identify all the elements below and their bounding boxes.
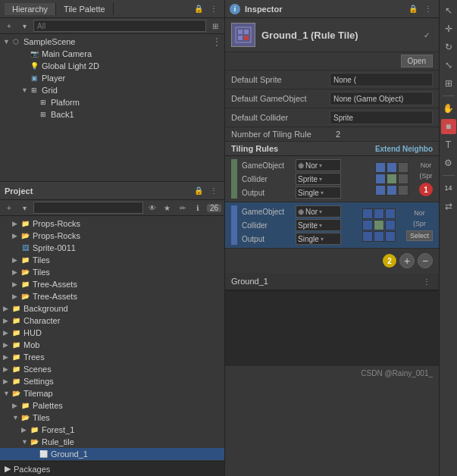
layers-icon[interactable]: ⇄: [441, 199, 456, 214]
grid-cell[interactable]: [398, 162, 408, 173]
folder-icon: 📁: [11, 340, 21, 350]
grid-cell[interactable]: [375, 174, 386, 184]
rule-1-collider-dropdown[interactable]: Sprite ▾: [296, 173, 341, 185]
tree-item-samplescene[interactable]: ▼ ⬡ SampleScene ⋮: [0, 36, 224, 48]
list-item[interactable]: ▼ 📂 Tiles: [0, 412, 224, 424]
rule-2-output-dropdown[interactable]: Single ▾: [296, 233, 341, 245]
list-item[interactable]: 🖼 Sprite-0011: [0, 242, 224, 254]
tree-item-grid[interactable]: ▼ ⊞ Grid: [0, 84, 224, 96]
grid-cell[interactable]: [375, 162, 386, 173]
rule-1-go-dropdown[interactable]: ⊕ Nor ▾: [296, 159, 341, 171]
info-circle-icon[interactable]: ℹ: [192, 202, 204, 214]
more-icon[interactable]: ⋮: [208, 3, 220, 15]
nor-icon: ⊕: [298, 161, 304, 170]
rule-1-output-dropdown[interactable]: Single ▾: [296, 186, 341, 199]
list-item[interactable]: ▶ 📂 Tree-Assets: [0, 290, 224, 302]
cursor-icon[interactable]: ↖: [441, 3, 456, 18]
packages-arrow: ▶: [5, 464, 11, 474]
list-item[interactable]: ▶ 📁 Background: [0, 302, 224, 315]
eye-icon[interactable]: 👁: [146, 202, 158, 214]
asset-checkmark-icon[interactable]: ✓: [421, 29, 433, 41]
rotate-icon[interactable]: ↻: [441, 39, 456, 55]
rule-1-right: Nor (Spr 1: [419, 161, 433, 196]
grid-cell[interactable]: [387, 185, 397, 196]
tree-item-player[interactable]: ▣ Player: [0, 72, 224, 84]
grid-cell-center[interactable]: [387, 174, 397, 184]
grid-cell[interactable]: [398, 174, 408, 184]
project-minus-icon[interactable]: ▾: [18, 202, 30, 214]
grid-cell[interactable]: [385, 220, 396, 230]
settings-gear-icon[interactable]: ⚙: [441, 155, 456, 171]
item-label: Scenes: [23, 365, 52, 374]
add-rule-button[interactable]: +: [399, 253, 415, 268]
grid-cell[interactable]: [375, 185, 386, 196]
tab-hierarchy[interactable]: Hierarchy: [5, 3, 56, 15]
scale-icon[interactable]: ⤡: [441, 58, 456, 73]
grid-cell[interactable]: [362, 220, 373, 230]
project-lock-icon[interactable]: 🔒: [193, 185, 205, 197]
ar: ▶: [12, 402, 20, 409]
transform-icon[interactable]: ⊞: [441, 76, 456, 91]
select-button[interactable]: Select: [406, 230, 433, 241]
grid-cell[interactable]: [385, 208, 396, 219]
list-item[interactable]: ▶ 📁 Trees: [0, 351, 224, 363]
ground-label: Ground_1: [231, 277, 268, 286]
hierarchy-search[interactable]: [33, 20, 206, 32]
grid-cell[interactable]: [398, 185, 408, 196]
brush-icon[interactable]: ✏: [177, 202, 189, 214]
hand-icon[interactable]: ✋: [441, 101, 456, 116]
rule-2-go-dropdown[interactable]: ⊕ Nor ▾: [296, 205, 341, 218]
inspector-more-icon[interactable]: ⋮: [422, 3, 434, 15]
list-item[interactable]: ▶ 📁 Settings: [0, 375, 224, 387]
paint-icon[interactable]: ■: [441, 119, 456, 134]
list-item-ground1[interactable]: ⬜ Ground_1: [0, 448, 224, 460]
grid-cell[interactable]: [374, 231, 384, 242]
ar: ▶: [3, 341, 11, 349]
list-item[interactable]: ▶ 📁 Mob: [0, 339, 224, 351]
star-icon[interactable]: ★: [161, 202, 174, 214]
remove-rule-button[interactable]: −: [418, 253, 433, 268]
hierarchy-section: Hierarchy Tile Palette 🔒 ⋮ + ▾ ⊞ ▼ ⬡ Sam…: [0, 0, 224, 182]
tree-item-back1[interactable]: ⊞ Back1: [0, 108, 224, 121]
list-item[interactable]: ▶ 📁 Forest_1: [0, 424, 224, 436]
platform-label: Plaform: [51, 98, 80, 107]
list-item[interactable]: ▶ 📁 Character: [0, 315, 224, 327]
grid-cell-center-2[interactable]: [374, 220, 384, 230]
list-item[interactable]: ▶ 📂 Props-Rocks: [0, 230, 224, 242]
grid-cell[interactable]: [385, 231, 396, 242]
type-icon[interactable]: T: [441, 137, 456, 152]
grid-cell[interactable]: [362, 231, 373, 242]
list-item[interactable]: ▼ 📂 Rule_tile: [0, 436, 224, 448]
minus-icon[interactable]: ▾: [18, 20, 30, 32]
project-add-icon[interactable]: +: [3, 202, 15, 214]
item-label: Character: [23, 316, 60, 325]
list-item[interactable]: ▼ 📂 Tilemap: [0, 387, 224, 399]
list-item[interactable]: ▶ 📁 Tree-Assets: [0, 278, 224, 290]
list-item[interactable]: ▶ 📂 Tiles: [0, 266, 224, 278]
add-icon[interactable]: +: [3, 20, 15, 32]
list-item[interactable]: ▶ 📁 Props-Rocks: [0, 218, 224, 230]
project-search-input[interactable]: [33, 202, 143, 214]
tab-tile-palette[interactable]: Tile Palette: [56, 3, 114, 15]
expand-icon[interactable]: ⊞: [209, 20, 221, 32]
tree-item-main-camera[interactable]: 📷 Main Camera: [0, 48, 224, 60]
grid-cell[interactable]: [374, 208, 384, 219]
grid-cell[interactable]: [362, 208, 373, 219]
folder-icon: 📁: [11, 327, 21, 338]
samplescene-menu[interactable]: ⋮: [212, 36, 221, 47]
lock-icon[interactable]: 🔒: [193, 3, 205, 15]
list-item[interactable]: ▶ 📁 Scenes: [0, 363, 224, 375]
inspector-lock-icon[interactable]: 🔒: [407, 3, 419, 15]
ground-more-icon[interactable]: ⋮: [421, 275, 433, 287]
list-item[interactable]: ▶ 📁 HUD: [0, 327, 224, 339]
rule-row-2: GameObject ⊕ Nor ▾ Collider Spr: [225, 202, 439, 249]
tree-item-global-light[interactable]: 💡 Global Light 2D: [0, 60, 224, 72]
project-more-icon[interactable]: ⋮: [208, 185, 220, 197]
list-item[interactable]: ▶ 📁 Tiles: [0, 254, 224, 266]
list-item[interactable]: ▶ 📁 Palettes: [0, 399, 224, 412]
open-button[interactable]: Open: [401, 55, 433, 67]
rule-2-collider-dropdown[interactable]: Sprite ▾: [296, 219, 341, 231]
move-icon[interactable]: ✛: [441, 21, 456, 36]
tree-item-platform[interactable]: ⊞ Plaform: [0, 96, 224, 108]
grid-cell[interactable]: [387, 162, 397, 173]
